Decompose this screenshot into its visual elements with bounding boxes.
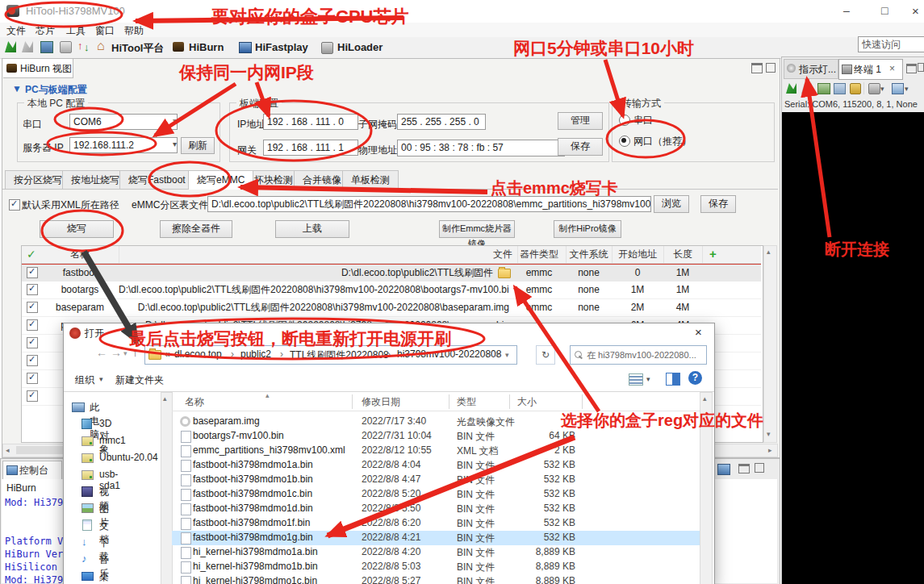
download-arrow-icon[interactable]: ↓ [84,41,90,53]
breadcrumb-item[interactable]: hi3798mv100-20220808 [397,348,501,360]
tab-console[interactable]: 控制台 [2,461,62,480]
terminal-settings-icon[interactable] [868,83,880,94]
toolbar-hifastplay-label[interactable]: HiFastplay [255,41,308,53]
dialog-close-icon[interactable]: × [695,325,702,339]
table-vscrollbar[interactable]: ▴ ▾ [763,245,777,443]
hiburn-chip-icon[interactable] [173,42,184,52]
terminal-connect-icon[interactable] [786,83,796,94]
use-xml-checkbox[interactable] [9,199,20,211]
config-icon[interactable] [40,41,53,53]
burn-button[interactable]: 烧写 [40,220,114,238]
terminal-panel-maximize-icon[interactable] [918,63,924,72]
terminal-table-icon[interactable] [817,83,830,94]
terminal-settings-caret-icon[interactable]: ▾ [880,85,884,93]
file-col-size[interactable]: 大小 [517,395,537,409]
row-checkbox[interactable] [27,267,38,278]
tab-board-check[interactable]: 单板检测 [342,170,399,189]
row-checkbox[interactable] [27,284,38,295]
terminal-disconnect-icon[interactable] [801,83,812,94]
serial-select[interactable]: COM6 [69,114,178,130]
quick-access-input[interactable]: 快速访问 [858,36,924,52]
file-row-selected[interactable]: fastboot-hi3798mdmo1g.bin 2022/8/8 4:21 … [172,531,700,545]
minimize-icon[interactable]: – [843,4,850,17]
manage-button[interactable]: 管理 [558,112,603,130]
tab-fastboot-burn[interactable]: 烧写Fastboot [119,170,194,189]
row-checkbox[interactable] [27,337,38,348]
mac-input[interactable]: 00 : 95 : 38 : 78 : fb : 57 [397,140,565,156]
col-length[interactable]: 长度 [663,246,703,263]
file-row[interactable]: fastboot-hi3798mdmo1b.bin 2022/8/8 4:47 … [172,473,700,487]
plug-icon[interactable] [60,41,72,53]
file-row[interactable]: fastboot-hi3798mdmo1f.bin 2022/8/8 6:20 … [172,516,700,531]
tab-terminal-1[interactable]: 终端 1 × [838,59,903,80]
new-terminal-icon[interactable] [892,83,904,94]
make-hipro-image-button[interactable]: 制作HiPro镜像 [554,220,621,238]
menu-help[interactable]: 帮助 [124,24,144,38]
file-col-date[interactable]: 修改日期 [362,395,400,409]
board-ip-input[interactable]: 192 . 168 . 111 . 0 [263,114,358,130]
file-col-type[interactable]: 类型 [457,395,476,409]
new-terminal-caret-icon[interactable]: ▾ [905,85,909,93]
view-mode-caret-icon[interactable]: ▾ [646,375,650,383]
col-file[interactable]: 文件 [119,246,518,263]
breadcrumb-item[interactable]: public2 [240,348,271,360]
upload-button[interactable]: 上载 [275,220,349,238]
file-row[interactable]: emmc_partitions_hi3798mv100.xml 2022/8/1… [172,444,700,458]
xml-save-button[interactable]: 保存 [700,195,736,213]
disconnect-icon[interactable] [22,41,33,52]
erase-button[interactable]: 擦除全器件 [160,220,232,238]
tab-partition-burn[interactable]: 按分区烧写 [5,170,71,189]
browse-button[interactable]: 浏览 [654,195,689,213]
section-expander-icon[interactable]: ▼ [12,83,22,94]
address-caret-icon[interactable]: ▾ [505,351,509,359]
nav-back-icon[interactable]: ← [96,346,107,359]
terminal-tab-close-icon[interactable]: × [889,63,895,74]
toolbar-hiburn-label[interactable]: HiBurn [189,41,224,53]
nav-forward-icon[interactable]: → [111,346,122,359]
terminal-panel-minimize-icon[interactable] [906,64,917,73]
row-checkbox[interactable] [27,373,38,384]
network-radio-label[interactable]: 网口（推荐） [633,135,692,148]
browse-file-icon[interactable] [498,269,511,278]
toolbar-hiloader-label[interactable]: HiLoader [337,41,383,53]
toolbar-hitool-label[interactable]: HiTool平台 [111,41,164,56]
terminal-lock-icon[interactable] [850,83,861,94]
table-row-baseparam[interactable]: baseparam D:\dl.ecoo.top\public2\TTL线刷固件… [22,299,761,317]
check-all-icon[interactable]: ✓ [27,248,36,261]
home-icon[interactable]: ⌂ [97,39,105,53]
col-start[interactable]: 开始地址 [612,246,664,263]
console-maximize-icon[interactable] [755,463,764,473]
maximize-icon[interactable]: □ [881,4,888,17]
tab-indicator[interactable]: 指示灯... [784,59,838,79]
network-radio[interactable] [619,136,630,147]
add-row-icon[interactable]: + [709,247,717,261]
row-checkbox[interactable] [27,355,38,366]
menu-chip[interactable]: 芯片 [36,24,55,38]
table-row-fastboot[interactable]: fastboot D:\dl.ecoo.top\public2\TTL线刷固件 … [22,264,761,282]
subnet-input[interactable]: 255 . 255 . 255 . 0 [397,114,486,130]
search-input-value[interactable]: 在 hi3798mv100-2022080... [587,349,696,361]
serial-caret-icon[interactable]: ▾ [173,116,177,125]
make-emmc-image-button[interactable]: 制作Emmc烧片器镜像 [439,220,515,238]
server-ip-select[interactable]: 192.168.111.2 [69,137,178,153]
gateway-input[interactable]: 192 . 168 . 111 . 1 [263,140,358,156]
file-row[interactable]: fastboot-hi3798mdmo1c.bin 2022/8/8 5:20 … [172,487,700,502]
file-row[interactable]: hi_kernel-hi3798mdmo1b.bin 2022/8/8 5:03… [172,560,700,574]
menu-window[interactable]: 窗口 [95,24,115,38]
close-icon[interactable]: × [912,4,919,18]
file-row[interactable]: fastboot-hi3798mdmo1a.bin 2022/8/8 4:04 … [172,458,700,473]
panel-minimize-icon[interactable] [751,63,763,73]
col-name[interactable]: 名称 [41,246,119,263]
board-save-button[interactable]: 保存 [558,138,603,156]
col-device[interactable]: 器件类型 [512,246,567,263]
terminal-columns-icon[interactable] [834,83,846,94]
organize-caret-icon[interactable]: ▾ [99,375,103,383]
menu-file[interactable]: 文件 [6,24,26,38]
tab-address-burn[interactable]: 按地址烧写 [62,170,128,189]
sidebar-scrollbar[interactable]: ▴ [161,392,173,584]
new-folder-button[interactable]: 新建文件夹 [115,373,164,387]
row-checkbox[interactable] [27,390,38,402]
hiloader-icon[interactable] [321,42,333,54]
search-box[interactable]: 在 hi3798mv100-2022080... [570,345,707,365]
breadcrumb-item[interactable]: TTL线刷固件20220808 [290,348,389,362]
